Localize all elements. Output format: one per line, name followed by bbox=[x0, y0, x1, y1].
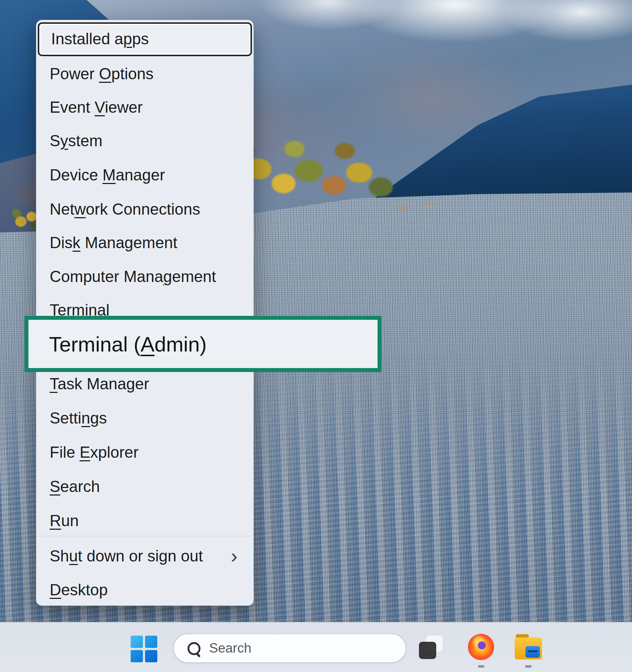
menu-item-label: dmin) bbox=[154, 332, 207, 356]
taskbar: Search bbox=[0, 622, 632, 672]
menu-item-label: Setti bbox=[50, 409, 81, 427]
windows-logo-pane bbox=[131, 650, 143, 662]
menu-item-file-explorer[interactable]: File Explorer bbox=[38, 435, 252, 469]
menu-item-label: Device bbox=[50, 166, 103, 184]
menu-separator bbox=[38, 536, 252, 536]
windows-start-button[interactable] bbox=[131, 636, 157, 662]
menu-item-installed-apps[interactable]: Installed apps bbox=[38, 22, 252, 56]
menu-item-label: Net bbox=[50, 200, 74, 218]
menu-item-label: Management bbox=[81, 234, 177, 251]
menu-item-network-connections[interactable]: Network Connections bbox=[38, 192, 252, 226]
desktop-screen: Installed apps Power Options Event Viewe… bbox=[0, 0, 632, 672]
task-view-front-window bbox=[419, 642, 436, 659]
menu-item-label: File bbox=[50, 443, 80, 461]
taskbar-search-box[interactable]: Search bbox=[173, 633, 406, 663]
menu-item-label: iewer bbox=[105, 98, 143, 116]
accelerator-letter: p bbox=[123, 30, 132, 48]
file-explorer-running-indicator bbox=[525, 665, 532, 668]
menu-item-label: S bbox=[50, 132, 60, 149]
menu-item-label: Sh bbox=[50, 547, 69, 565]
menu-item-label: ps bbox=[132, 30, 149, 48]
winx-context-menu: Installed apps Power Options Event Viewe… bbox=[36, 20, 254, 606]
accelerator-letter: M bbox=[103, 166, 116, 184]
menu-item-label: Computer Mana bbox=[50, 268, 163, 285]
menu-item-label: stem bbox=[68, 132, 102, 149]
menu-item-label: xplorer bbox=[90, 443, 139, 461]
accelerator-letter: T bbox=[50, 375, 58, 393]
menu-item-label: t down or sign out bbox=[78, 547, 203, 565]
accelerator-letter: u bbox=[69, 547, 78, 565]
menu-item-device-manager[interactable]: Device Manager bbox=[38, 158, 252, 192]
accelerator-letter: g bbox=[163, 268, 172, 285]
menu-item-desktop[interactable]: Desktop bbox=[38, 573, 252, 607]
accelerator-letter: D bbox=[50, 581, 61, 599]
menu-item-event-viewer[interactable]: Event Viewer bbox=[38, 90, 252, 124]
firefox-running-indicator bbox=[478, 665, 484, 668]
accelerator-letter: R bbox=[50, 512, 61, 529]
menu-item-search[interactable]: Search bbox=[38, 470, 252, 503]
submenu-chevron-icon: › bbox=[231, 546, 238, 566]
windows-logo-pane bbox=[145, 636, 157, 648]
menu-item-label: Power bbox=[50, 65, 99, 82]
accelerator-letter: V bbox=[95, 98, 105, 116]
task-view-button[interactable] bbox=[419, 635, 443, 659]
menu-item-label: Dis bbox=[50, 234, 73, 251]
menu-item-run[interactable]: Run bbox=[38, 504, 252, 538]
menu-item-label: ork Connections bbox=[86, 200, 200, 218]
menu-item-label: Installed a bbox=[51, 30, 123, 48]
menu-item-computer-management[interactable]: Computer Management bbox=[38, 260, 252, 294]
search-placeholder-text: Search bbox=[209, 641, 251, 656]
menu-item-label: ement bbox=[172, 268, 216, 285]
wallpaper-tree-reflection bbox=[385, 200, 453, 216]
accelerator-letter: k bbox=[73, 234, 81, 251]
windows-logo-pane bbox=[131, 636, 143, 648]
menu-item-label: esktop bbox=[61, 581, 108, 599]
firefox-icon[interactable] bbox=[468, 634, 494, 660]
file-explorer-icon[interactable] bbox=[515, 634, 542, 659]
accelerator-letter: E bbox=[80, 443, 90, 461]
menu-item-label: anager bbox=[116, 166, 165, 184]
menu-item-label: earch bbox=[60, 478, 100, 495]
folder-pocket bbox=[525, 646, 540, 658]
accelerator-letter: S bbox=[50, 478, 60, 495]
menu-item-shut-down-or-sign-out[interactable]: Shut down or sign out › bbox=[38, 539, 252, 573]
menu-item-task-manager[interactable]: Task Manager bbox=[38, 367, 252, 401]
menu-item-label: ask Manager bbox=[58, 375, 149, 393]
menu-item-label: Event bbox=[50, 98, 95, 116]
accelerator-letter: O bbox=[99, 65, 111, 82]
menu-item-power-options[interactable]: Power Options bbox=[38, 57, 252, 91]
accelerator-letter: y bbox=[60, 132, 68, 149]
menu-item-label: ptions bbox=[111, 65, 153, 82]
search-icon bbox=[188, 642, 200, 654]
windows-logo-pane bbox=[145, 650, 157, 662]
menu-item-label: Terminal ( bbox=[49, 332, 141, 356]
menu-item-disk-management[interactable]: Disk Management bbox=[38, 226, 252, 260]
menu-item-settings[interactable]: Settings bbox=[38, 401, 252, 435]
menu-item-label: un bbox=[61, 512, 79, 529]
accelerator-letter: A bbox=[141, 332, 155, 356]
accelerator-letter: n bbox=[81, 409, 90, 427]
menu-item-label: gs bbox=[90, 409, 107, 427]
accelerator-letter: w bbox=[74, 200, 86, 218]
menu-item-system[interactable]: System bbox=[38, 124, 252, 158]
annotation-highlight-terminal-admin[interactable]: Terminal (Admin) bbox=[24, 316, 382, 372]
